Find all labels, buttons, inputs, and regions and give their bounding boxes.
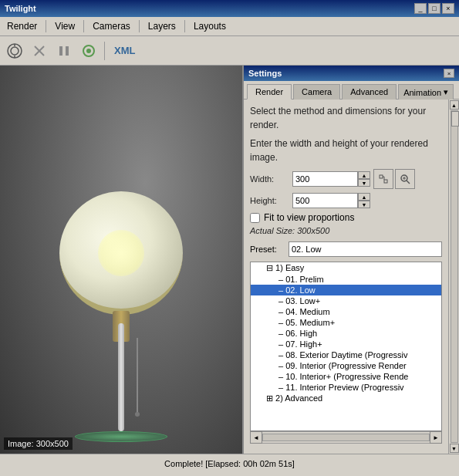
play-button[interactable] (78, 40, 100, 62)
svg-point-1 (11, 47, 19, 55)
settings-title: Settings (248, 69, 282, 78)
tree-item-advanced[interactable]: ⊞ 2) Advanced (251, 393, 441, 404)
vertical-scrollbar: ▲ ▼ (448, 100, 459, 454)
maximize-button[interactable]: □ (428, 3, 440, 14)
tree-item-interior-plus[interactable]: – 10. Interior+ (Progressive Rende (251, 371, 441, 382)
pause-icon (57, 44, 71, 58)
height-up-button[interactable]: ▲ (358, 193, 370, 201)
tree-item-prelim[interactable]: – 01. Prelim (251, 274, 441, 285)
preset-row: Preset: (250, 241, 442, 257)
toolbar: XML (0, 36, 459, 66)
lamp-stem (118, 323, 124, 431)
width-label: Width: (250, 174, 292, 184)
minimize-button[interactable]: _ (414, 3, 427, 14)
settings-right: Select the method and dimensions for you… (244, 100, 459, 454)
stop-button[interactable] (29, 40, 50, 62)
settings-close-button[interactable]: × (444, 69, 454, 78)
v-scroll-track[interactable] (451, 110, 458, 443)
close-button[interactable]: × (442, 3, 454, 14)
svg-point-9 (86, 49, 91, 53)
fit-to-view-checkbox[interactable] (250, 213, 260, 223)
render-camera-button[interactable] (4, 40, 25, 62)
tree-item-exterior[interactable]: – 08. Exterior Daytime (Progressiv (251, 349, 441, 360)
height-input[interactable] (292, 193, 358, 208)
height-down-button[interactable]: ▼ (358, 201, 370, 208)
svg-rect-10 (380, 175, 383, 178)
menu-separator-2 (83, 20, 84, 32)
stop-icon (32, 44, 46, 58)
v-scroll-thumb[interactable] (451, 111, 459, 127)
image-label: Image: 300x500 (4, 437, 73, 450)
svg-rect-11 (384, 180, 387, 183)
title-bar: Twilight _ □ × (0, 0, 459, 17)
settings-title-bar: Settings × (244, 66, 459, 81)
width-input-group: ▲ ▼ (292, 171, 370, 187)
menu-layouts[interactable]: Layouts (187, 19, 233, 34)
tree-item-low-plus[interactable]: – 03. Low+ (251, 295, 441, 306)
tree-item-high-plus[interactable]: – 07. High+ (251, 339, 441, 349)
xml-label: XML (114, 45, 135, 56)
scroll-up-button[interactable]: ▲ (450, 100, 459, 110)
dimension-side-buttons (373, 169, 415, 189)
scroll-track[interactable] (262, 434, 430, 441)
scroll-right-button[interactable]: ► (430, 431, 442, 444)
tree-item-high[interactable]: – 06. High (251, 328, 441, 339)
tab-render[interactable]: Render (247, 84, 292, 100)
preset-input[interactable] (289, 241, 442, 257)
menu-cameras[interactable]: Cameras (86, 19, 137, 34)
dropdown-arrow-icon: ▾ (444, 87, 448, 97)
tree-item-medium-plus[interactable]: – 05. Medium+ (251, 317, 441, 328)
status-bar: Complete! [Elapsed: 00h 02m 51s] (0, 454, 459, 472)
scroll-down-button[interactable]: ▼ (450, 444, 459, 453)
camera-icon (6, 42, 23, 59)
settings-main: Select the method and dimensions for you… (244, 100, 448, 454)
tab-advanced[interactable]: Advanced (342, 84, 397, 100)
pause-button[interactable] (53, 40, 75, 62)
height-label: Height: (250, 196, 292, 205)
height-spinners: ▲ ▼ (358, 193, 370, 208)
zoom-button[interactable] (395, 169, 415, 189)
settings-panel: Settings × Render Camera Advanced Animat… (242, 66, 459, 454)
menu-view[interactable]: View (48, 19, 82, 34)
xml-button[interactable]: XML (110, 40, 140, 62)
actual-size-text: Actual Size: 300x500 (250, 226, 442, 235)
width-up-button[interactable]: ▲ (358, 171, 370, 179)
toolbar-divider (104, 42, 105, 60)
pull-cord (137, 338, 138, 415)
scroll-left-button[interactable]: ◄ (250, 431, 262, 444)
width-input[interactable] (292, 171, 358, 187)
svg-rect-7 (66, 46, 69, 56)
menu-separator-4 (184, 20, 185, 32)
tree-view[interactable]: ⊟ 1) Easy – 01. Prelim – 02. Low – 03. L… (250, 262, 442, 431)
tree-item-medium[interactable]: – 04. Medium (251, 306, 441, 317)
tree-item-interior[interactable]: – 09. Interior (Progressive Render (251, 360, 441, 371)
app-title: Twilight (5, 4, 36, 13)
menu-layers[interactable]: Layers (141, 19, 183, 34)
width-down-button[interactable]: ▼ (358, 179, 370, 187)
status-text: Complete! [Elapsed: 00h 02m 51s] (164, 459, 295, 468)
height-input-group: ▲ ▼ (292, 193, 370, 208)
title-bar-controls: _ □ × (414, 3, 454, 14)
svg-rect-6 (59, 46, 62, 56)
lamp-scene (0, 66, 242, 454)
image-panel: Image: 300x500 (0, 66, 242, 454)
width-spinners: ▲ ▼ (358, 171, 370, 187)
lamp-bulb-glow (98, 230, 144, 276)
svg-line-15 (407, 181, 410, 184)
tree-item-low[interactable]: – 02. Low (251, 285, 441, 295)
menu-separator (46, 20, 46, 32)
tree-item-interior-preview[interactable]: – 11. Interior Preview (Progressiv (251, 382, 441, 393)
fit-to-view-label: Fit to view proportions (264, 212, 354, 223)
link-dimensions-button[interactable] (373, 169, 393, 189)
preset-label: Preset: (250, 245, 289, 254)
fit-to-view-row: Fit to view proportions (250, 212, 442, 223)
lamp-base-plate (75, 431, 167, 442)
tab-camera[interactable]: Camera (293, 84, 340, 100)
link-icon (378, 174, 389, 184)
zoom-icon (400, 174, 410, 184)
tree-item-easy[interactable]: ⊟ 1) Easy (251, 262, 441, 274)
horizontal-scrollbar: ◄ ► (250, 431, 442, 444)
menu-render[interactable]: Render (0, 19, 44, 34)
tab-animation[interactable]: Animation ▾ (398, 84, 454, 100)
main-area: Image: 300x500 Settings × Render Camera … (0, 66, 459, 454)
